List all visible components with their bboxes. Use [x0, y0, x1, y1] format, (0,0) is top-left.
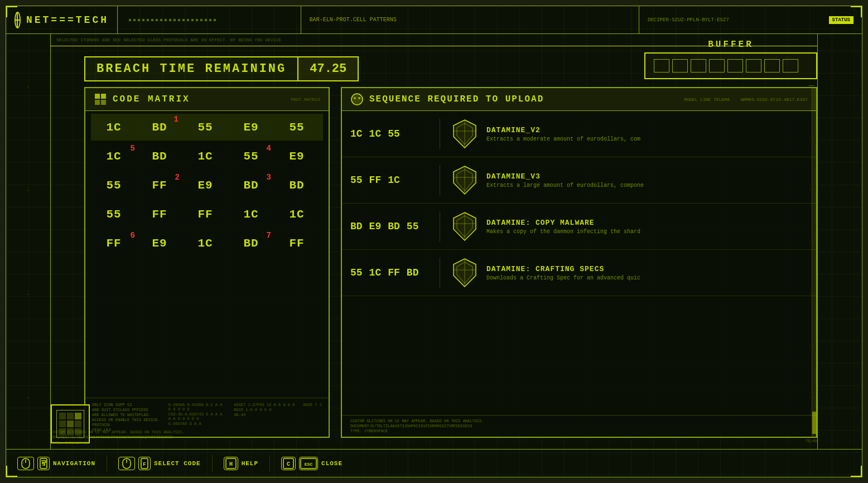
matrix-cell-3-0[interactable]: 55 [91, 201, 137, 228]
daemon-desc-1: Extracts a large amount of eurodollars, … [486, 182, 644, 189]
select-code-button[interactable]: F SELECT CODE [118, 457, 201, 470]
matrix-id: PROT.MATRIX [291, 97, 320, 102]
buffer-slot-7 [764, 59, 780, 73]
svg-text:H: H [229, 461, 233, 467]
close-c-icon: C [281, 457, 296, 470]
help-h-icon: H [224, 457, 238, 470]
nav-f-icon [37, 457, 50, 470]
dot [196, 19, 198, 21]
dot-group [129, 19, 216, 21]
matrix-cell-4-3[interactable]: BD 7 [228, 230, 274, 257]
status-line: ONLY ICON SUPP 52 [92, 403, 160, 407]
cell-number-6: 6 [131, 231, 136, 240]
buffer-title: BUFFER [644, 40, 817, 50]
dot [173, 19, 176, 21]
status-line: AND SUIT STCLASS PFFCESS [92, 408, 160, 412]
matrix-cell-2-3[interactable]: BD 3 [228, 172, 274, 199]
matrix-cell-3-1[interactable]: FF [137, 201, 182, 228]
dot [191, 19, 194, 21]
buffer-slot-6 [746, 59, 761, 73]
status-line: ACCESS OR ENABLE THIS DEVICE. [92, 418, 160, 422]
seq-code: 1C [369, 267, 382, 278]
seq-daemon-2: DATAMINE: COPY MALWARE Makes a copy of t… [440, 211, 808, 241]
cell-number-4: 4 [267, 144, 272, 153]
matrix-cell-1-2[interactable]: 1C [182, 143, 228, 170]
matrix-row-2: 55 FF 2 E9 BD 3 BD [91, 172, 323, 199]
matrix-cell-1-3[interactable]: 55 4 [228, 143, 274, 170]
seq-code: BD [388, 221, 400, 232]
matrix-cell-4-0[interactable]: FF 6 [91, 230, 137, 257]
dot [187, 19, 189, 21]
dot [165, 19, 167, 21]
sequence-row-0: 1C 1C 55 DATAMINE [342, 111, 816, 157]
dot [133, 19, 136, 21]
navigation-button[interactable]: NAVIGATION [17, 457, 95, 470]
seq-codes-1: 55 FF 1C [350, 175, 434, 186]
sequence-scrollbar[interactable] [812, 88, 816, 437]
matrix-cell-3-4[interactable]: 1C [274, 201, 320, 228]
scan-text: SELECTED ITORENS AND SEE SELECTED CLASS … [56, 37, 281, 42]
seq-code: 55 [407, 221, 419, 232]
svg-text:ESC: ESC [305, 462, 313, 467]
main-layout: CODE MATRIX PROT.MATRIX 1C BD 1 55 E9 [84, 87, 817, 438]
left-panel: - - - - [6, 34, 51, 449]
matrix-cell-1-4[interactable]: E9 [274, 143, 320, 170]
dot [209, 19, 211, 21]
matrix-cell-1-0[interactable]: 1C 5 [91, 143, 137, 170]
select-mouse-icon [118, 457, 135, 470]
bottom-right-text: TELMA [806, 439, 817, 443]
close-button[interactable]: C ESC CLOSE [281, 457, 343, 470]
matrix-cell-4-4[interactable]: FF [274, 230, 320, 257]
svg-point-19 [354, 97, 356, 99]
help-button[interactable]: H HELP [224, 457, 258, 470]
matrix-cell-0-0[interactable]: 1C [91, 114, 137, 141]
sequence-icon [350, 93, 364, 106]
cell-number-1: 1 [174, 115, 179, 124]
seq-daemon-0: DATAMINE_V2 Extracts a moderate amount o… [440, 119, 808, 149]
bottom-status-2: DOCUMENT/D/TELTZLA84973JGHPKCI01FCHMHM2X… [51, 435, 184, 441]
matrix-cell-1-1[interactable]: BD [137, 143, 182, 170]
sequence-header: SEQUENCE REQUIRED TO UPLOAD MODEL LINE T… [342, 88, 816, 111]
matrix-cell-2-4[interactable]: BD [274, 172, 320, 199]
breach-time-label: BREACH TIME REMAINING [84, 56, 298, 81]
left-marker: - [27, 291, 30, 296]
bottom-status-text: CUSTOM GLITCHES ON UI MAY APPEAR. BASED … [51, 430, 184, 446]
top-bar-right-text: DECIPER-SZUZ-PPLN-BYLT-ESZ7 [648, 17, 823, 23]
matrix-icon [94, 93, 107, 106]
globe-icon [15, 12, 21, 28]
buffer-slot-8 [783, 59, 798, 73]
matrix-cell-3-3[interactable]: 1C [228, 201, 274, 228]
seq-codes-0: 1C 1C 55 [350, 128, 434, 139]
matrix-cell-0-2[interactable]: 55 [182, 114, 228, 141]
status-line: PROTOCOL [92, 423, 160, 427]
matrix-row-3: 55 FF FF 1C 1C [91, 201, 323, 228]
bottom-right-indicator: TELMA [806, 439, 817, 443]
matrix-cell-0-1[interactable]: BD 1 [137, 114, 182, 141]
matrix-cell-2-0[interactable]: 55 [91, 172, 137, 199]
seq-code: 1C [369, 128, 382, 139]
daemon-icon-2 [451, 211, 478, 241]
top-bar-info-text: BAR-ELN-PROT.CELL PATTERNS [310, 17, 397, 23]
matrix-cell-0-4[interactable]: 55 [274, 114, 320, 141]
matrix-cell-2-2[interactable]: E9 [182, 172, 228, 199]
seq-daemon-1: DATAMINE_V3 Extracts a large amount of e… [440, 165, 808, 195]
matrix-row-4: FF 6 E9 1C BD 7 FF [91, 230, 323, 257]
svg-text:F: F [143, 462, 146, 467]
mini-map-cell [67, 413, 74, 419]
model-info: MODEL LINE TELEMA WRMRS-6202-9716-4B17-E… [684, 97, 808, 102]
svg-rect-15 [101, 94, 106, 99]
matrix-cell-2-1[interactable]: FF 2 [137, 172, 182, 199]
matrix-cell-3-2[interactable]: FF [182, 201, 228, 228]
matrix-cell-4-2[interactable]: 1C [182, 230, 228, 257]
daemon-icon-0 [451, 119, 478, 149]
dot [200, 19, 202, 21]
matrix-cell-4-1[interactable]: E9 [137, 230, 182, 257]
select-arrow-icon: F [138, 457, 151, 470]
sequence-row-3: 55 1C FF BD [342, 250, 816, 296]
buffer-section: BUFFER [644, 40, 817, 79]
dot [156, 19, 158, 21]
dot [151, 19, 153, 21]
left-panel-markers: - - - - [6, 34, 50, 449]
matrix-cell-0-3[interactable]: E9 [228, 114, 274, 141]
content-area: SELECTED ITORENS AND SEE SELECTED CLASS … [51, 34, 817, 449]
